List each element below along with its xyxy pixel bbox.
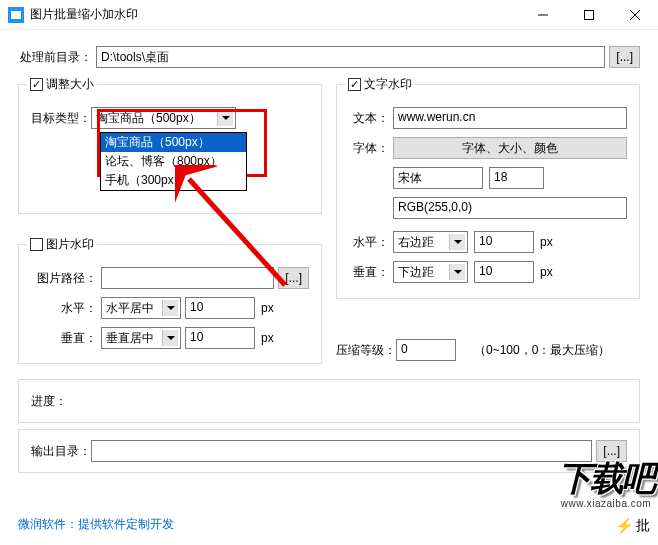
source-dir-input[interactable]: D:\tools\桌面: [96, 46, 605, 68]
bolt-icon: ⚡: [615, 517, 634, 535]
output-label: 输出目录：: [31, 443, 91, 460]
maximize-button[interactable]: [566, 0, 612, 30]
close-button[interactable]: [612, 0, 658, 30]
image-watermark-legend[interactable]: 图片水印: [27, 236, 97, 253]
compress-label: 压缩等级：: [336, 342, 396, 359]
target-type-dropdown-list[interactable]: 淘宝商品（500px） 论坛、博客（800px） 手机（300px）: [100, 132, 247, 191]
font-button[interactable]: 字体、大小、颜色: [393, 137, 627, 159]
font-color-display: RGB(255,0,0): [393, 197, 627, 219]
dropdown-option[interactable]: 淘宝商品（500px）: [101, 133, 246, 152]
font-size-display: 18: [489, 167, 544, 189]
img-v-unit: px: [261, 331, 274, 345]
text-label: 文本：: [349, 110, 393, 127]
resize-checkbox[interactable]: [30, 78, 43, 91]
text-watermark-fieldset: 文字水印 文本： www.werun.cn 字体： 字体、大小、颜色 宋体 18: [336, 84, 640, 299]
txt-v-value[interactable]: 10: [474, 261, 534, 283]
img-h-value[interactable]: 10: [185, 297, 255, 319]
chevron-down-icon: [162, 330, 178, 346]
img-v-value[interactable]: 10: [185, 327, 255, 349]
progress-label: 进度：: [31, 393, 71, 410]
chevron-down-icon: [162, 300, 178, 316]
dropdown-option[interactable]: 手机（300px）: [101, 171, 246, 190]
site-watermark: 下载吧 www.xiazaiba.com: [558, 456, 658, 509]
img-h-select[interactable]: 水平居中: [101, 297, 181, 319]
image-path-label: 图片路径：: [31, 270, 101, 287]
txt-v-unit: px: [540, 265, 553, 279]
font-label: 字体：: [349, 140, 393, 157]
chevron-down-icon: [449, 264, 465, 280]
source-dir-row: 处理前目录： D:\tools\桌面 [...]: [18, 46, 640, 68]
image-path-browse-button[interactable]: [...]: [278, 267, 309, 289]
img-v-select[interactable]: 垂直居中: [101, 327, 181, 349]
image-path-input[interactable]: [101, 267, 274, 289]
compress-hint: （0~100，0：最大压缩）: [474, 342, 610, 359]
text-watermark-checkbox[interactable]: [348, 78, 361, 91]
text-watermark-legend[interactable]: 文字水印: [345, 76, 415, 93]
txt-h-select[interactable]: 右边距: [393, 231, 468, 253]
progress-box: 进度：: [18, 379, 640, 423]
txt-v-select[interactable]: 下边距: [393, 261, 468, 283]
txt-h-value[interactable]: 10: [474, 231, 534, 253]
source-dir-label: 处理前目录：: [18, 49, 96, 66]
svg-rect-1: [585, 10, 594, 19]
minimize-button[interactable]: [520, 0, 566, 30]
font-name-display: 宋体: [393, 167, 483, 189]
output-dir-input[interactable]: [91, 440, 592, 462]
window-title: 图片批量缩小加水印: [30, 6, 520, 23]
compress-input[interactable]: 0: [396, 339, 456, 361]
dropdown-option[interactable]: 论坛、博客（800px）: [101, 152, 246, 171]
footer-link[interactable]: 微润软件：提供软件定制开发: [18, 516, 174, 533]
compression-row: 压缩等级： 0 （0~100，0：最大压缩）: [336, 339, 640, 361]
txt-h-unit: px: [540, 235, 553, 249]
batch-button-area[interactable]: ⚡ 批: [615, 517, 650, 535]
img-h-label: 水平：: [31, 300, 101, 317]
resize-legend[interactable]: 调整大小: [27, 76, 97, 93]
image-watermark-fieldset: 图片水印 图片路径： [...] 水平： 水平居中 10 px 垂直： 垂直居中…: [18, 244, 322, 364]
img-v-label: 垂直：: [31, 330, 101, 347]
output-box: 输出目录： [...]: [18, 429, 640, 473]
text-input[interactable]: www.werun.cn: [393, 107, 627, 129]
app-icon: [8, 7, 24, 23]
chevron-down-icon: [449, 234, 465, 250]
txt-h-label: 水平：: [349, 234, 393, 251]
titlebar: 图片批量缩小加水印: [0, 0, 658, 30]
source-dir-browse-button[interactable]: [...]: [609, 46, 640, 68]
target-type-label: 目标类型：: [31, 110, 91, 127]
txt-v-label: 垂直：: [349, 264, 393, 281]
image-watermark-checkbox[interactable]: [30, 238, 43, 251]
img-h-unit: px: [261, 301, 274, 315]
